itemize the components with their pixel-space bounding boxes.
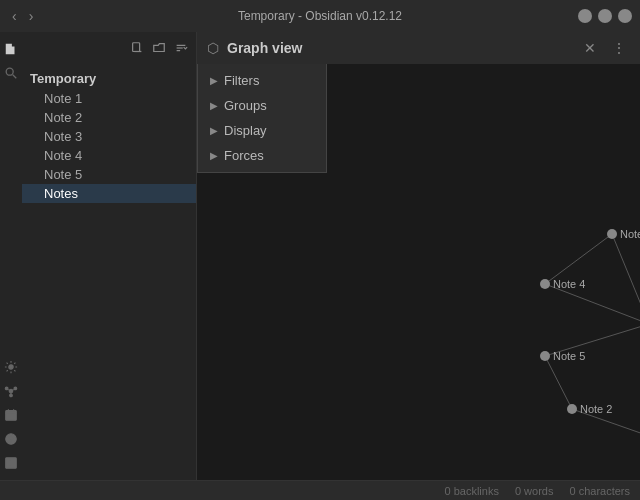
graph-more-button[interactable]: ⋮ [608,38,630,58]
filters-arrow: ▶ [210,75,218,86]
minimize-button[interactable] [578,9,592,23]
dropdown-display[interactable]: ▶ Display [198,118,326,143]
graph-node-note3[interactable]: Note 3 [607,228,640,240]
words-status[interactable]: 0 words [515,485,554,497]
graph-header: ⬡ Graph view ✕ ⋮ [197,32,640,64]
dropdown-forces[interactable]: ▶ Forces [198,143,326,168]
dropdown-filters[interactable]: ▶ Filters [198,68,326,93]
config-icon[interactable] [2,454,20,472]
graph-dropdown: ▶ Filters ▶ Groups ▶ Display ▶ Forces [197,64,327,173]
graph-node-note2[interactable]: Note 2 [567,403,612,415]
node-circle [607,229,617,239]
graph-node-note4[interactable]: Note 4 [540,278,585,290]
filters-label: Filters [224,73,259,88]
display-arrow: ▶ [210,125,218,136]
node-label: Note 4 [553,278,585,290]
node-label: Note 5 [553,350,585,362]
file-item-notes[interactable]: Notes [22,184,196,203]
file-item-note1[interactable]: Note 1 [22,89,196,108]
svg-point-2 [9,365,13,369]
folder-temporary[interactable]: Temporary [22,68,196,89]
svg-point-0 [6,68,13,75]
svg-point-6 [10,394,13,397]
graph-close-button[interactable]: ✕ [580,38,600,58]
svg-rect-10 [6,411,17,421]
title-bar: ‹ › Temporary - Obsidian v0.12.12 [0,0,640,32]
graph-area: ⬡ Graph view ✕ ⋮ ▶ Filters ▶ Groups ▶ Di… [197,32,640,480]
close-button[interactable] [618,9,632,23]
node-label: Note 3 [620,228,640,240]
back-button[interactable]: ‹ [8,6,21,26]
backlinks-status[interactable]: 0 backlinks [445,485,499,497]
forces-arrow: ▶ [210,150,218,161]
graph-edge [545,234,612,284]
file-sidebar: Temporary Note 1Note 2Note 3Note 4Note 5… [22,32,197,480]
sort-button[interactable] [172,39,190,57]
graph-edge [545,284,640,324]
graph-header-icon: ⬡ [207,40,219,56]
files-icon[interactable] [2,40,20,58]
file-item-note3[interactable]: Note 3 [22,127,196,146]
graph-title: Graph view [227,40,572,56]
file-tree: Temporary Note 1Note 2Note 3Note 4Note 5… [22,64,196,480]
svg-rect-20 [133,43,140,52]
graph-icon[interactable] [2,382,20,400]
display-label: Display [224,123,267,138]
characters-status[interactable]: 0 characters [569,485,630,497]
file-item-note4[interactable]: Note 4 [22,146,196,165]
help-icon[interactable] [2,430,20,448]
forces-label: Forces [224,148,264,163]
status-bar: 0 backlinks 0 words 0 characters [0,480,640,500]
file-item-note5[interactable]: Note 5 [22,165,196,184]
maximize-button[interactable] [598,9,612,23]
svg-point-15 [11,442,12,443]
forward-button[interactable]: › [25,6,38,26]
nav-buttons: ‹ › [8,6,37,26]
node-circle [540,351,550,361]
new-folder-button[interactable] [150,39,168,57]
node-circle [540,279,550,289]
groups-arrow: ▶ [210,100,218,111]
search-icon[interactable] [2,64,20,82]
svg-point-3 [9,389,13,393]
groups-label: Groups [224,98,267,113]
node-label: Note 2 [580,403,612,415]
icon-sidebar [0,32,22,480]
graph-node-note5[interactable]: Note 5 [540,350,585,362]
sidebar-toolbar [22,32,196,64]
svg-line-7 [8,389,9,390]
file-item-note2[interactable]: Note 2 [22,108,196,127]
node-circle [567,404,577,414]
window-title: Temporary - Obsidian v0.12.12 [238,9,402,23]
window-controls [578,9,632,23]
graph-edge [545,356,572,409]
file-list: Note 1Note 2Note 3Note 4Note 5Notes [22,89,196,203]
calendar-icon[interactable] [2,406,20,424]
settings-icon[interactable] [2,358,20,376]
new-file-button[interactable] [128,39,146,57]
svg-line-8 [13,389,14,390]
main-layout: Temporary Note 1Note 2Note 3Note 4Note 5… [0,32,640,480]
dropdown-groups[interactable]: ▶ Groups [198,93,326,118]
svg-line-1 [13,75,17,79]
graph-edge [612,234,640,324]
